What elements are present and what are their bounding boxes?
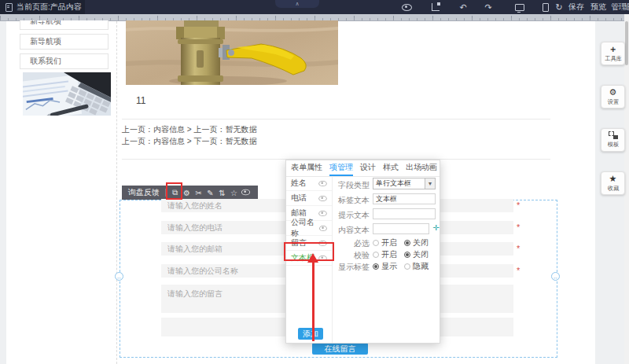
required-asterisk: *: [517, 266, 520, 275]
preview-button[interactable]: 预览: [590, 0, 606, 14]
resize-handle-right[interactable]: ↔: [551, 272, 560, 281]
form-widget-toolbar: 询盘反馈 ⧉ ⚙ ✂ ✎ ⇅ ☆: [122, 186, 258, 200]
field-type-select[interactable]: 单行文本框 ▾: [373, 178, 436, 189]
tab-style[interactable]: 样式: [383, 160, 399, 176]
eye-icon[interactable]: [319, 225, 326, 230]
tab-design[interactable]: 设计: [360, 160, 376, 176]
annotation-box-gear: [166, 182, 182, 200]
annotation-arrow-line: [312, 262, 314, 341]
sidebar-item-label: 联系我们: [30, 56, 61, 67]
eye-icon[interactable]: [318, 210, 326, 215]
scrollbar-thumb[interactable]: [625, 21, 628, 65]
sidebar-item-clipped[interactable]: 新导航项: [20, 20, 109, 30]
pagination-next-line[interactable]: 上一页：内容信息 > 下一页：暂无数据: [122, 136, 256, 147]
insert-variable-icon[interactable]: ✛: [432, 223, 440, 232]
content-text-label: 内容文本: [335, 225, 370, 236]
tool-library-button[interactable]: ＋ 工具库: [601, 42, 625, 65]
required-label: 必选: [335, 238, 370, 249]
move-icon[interactable]: ⇅: [216, 189, 228, 197]
mobile-view-icon[interactable]: [539, 0, 552, 14]
desktop-view-icon[interactable]: [513, 0, 526, 14]
save-button[interactable]: 保存: [568, 0, 584, 14]
label-text-label: 标签文本: [335, 195, 370, 206]
add-field-button[interactable]: 添加: [298, 328, 323, 340]
snap-grid-icon[interactable]: [429, 0, 442, 14]
hint-text-input[interactable]: [373, 208, 436, 219]
page-icon: [6, 3, 13, 12]
layout-guide-line: [116, 21, 117, 364]
sidebar-laptop-image[interactable]: [23, 72, 111, 116]
annotation-arrow-head: [307, 253, 318, 263]
show-tag-label: 显示标签: [335, 262, 370, 273]
tab-form-properties[interactable]: 表单属性: [291, 160, 322, 176]
collapse-toolbar-button[interactable]: ∧: [275, 0, 319, 8]
validate-label: 校验: [335, 250, 370, 261]
content-divider: [122, 119, 550, 119]
gear-icon: ⚙: [609, 88, 617, 97]
pagination-prev-line[interactable]: 上一页：内容信息 > 上一页：暂无数据: [122, 124, 256, 135]
template-button[interactable]: 模板: [601, 128, 625, 152]
hide-radio[interactable]: 隐藏: [404, 261, 429, 272]
submit-button[interactable]: 在线留言: [312, 343, 368, 355]
hint-text-label: 提示文本: [335, 210, 370, 221]
sidebar-item-new-nav[interactable]: 新导航项: [20, 34, 109, 50]
favorites-button[interactable]: ★ 收藏: [601, 171, 625, 195]
sidebar-item-label: 新导航项: [30, 20, 61, 27]
chevron-up-icon: ∧: [295, 1, 299, 6]
star-icon: ★: [609, 175, 617, 183]
field-item-company[interactable]: 公司名称: [286, 221, 332, 236]
eye-icon[interactable]: [318, 180, 326, 186]
validate-on-radio[interactable]: 开启: [373, 249, 397, 260]
field-type-label: 字段类型: [335, 180, 370, 191]
field-item-name[interactable]: 姓名: [286, 176, 332, 191]
label-text-input[interactable]: [373, 193, 436, 204]
required-asterisk: *: [517, 222, 520, 232]
validate-off-radio[interactable]: 关闭: [404, 249, 429, 260]
history-icon[interactable]: ↻: [553, 0, 565, 14]
required-off-radio[interactable]: 关闭: [404, 237, 429, 248]
favorite-icon[interactable]: ☆: [228, 189, 240, 197]
plus-icon: ＋: [609, 45, 617, 53]
undo-icon[interactable]: ↶: [457, 0, 469, 14]
exit-button[interactable]: 退出: [624, 0, 629, 14]
tab-item-management[interactable]: 项管理: [329, 160, 353, 176]
gear-icon[interactable]: ⚙: [181, 189, 193, 197]
content-text-input[interactable]: [373, 223, 429, 234]
required-on-radio[interactable]: 开启: [373, 237, 397, 248]
template-icon: [609, 131, 618, 139]
sidebar-item-label: 新导航项: [30, 36, 61, 47]
close-icon[interactable]: ✕: [429, 163, 435, 171]
redo-icon[interactable]: ↷: [482, 0, 495, 14]
required-asterisk: *: [517, 244, 520, 253]
eye-icon[interactable]: [240, 189, 252, 197]
required-asterisk: *: [517, 200, 520, 210]
dropdown-icon: ▾: [425, 178, 435, 189]
cut-icon[interactable]: ✂: [193, 189, 204, 197]
product-photo-valve[interactable]: [126, 20, 338, 85]
top-toolbar: 当前页面:产品内容 ∨ ∧ ↶ ↷ ↻ 保存 预览 管理 退出: [0, 0, 629, 14]
resize-handle-left[interactable]: ↔: [115, 272, 123, 281]
show-radio[interactable]: 显示: [373, 261, 397, 272]
canvas-left-margin: [0, 21, 6, 364]
eye-icon[interactable]: [318, 195, 326, 200]
content-heading: 11: [136, 95, 145, 106]
widget-name-label: 询盘反馈: [128, 187, 160, 198]
visibility-icon[interactable]: [400, 0, 413, 14]
panel-tab-bar: 表单属性 项管理 设计 样式 出场动画: [286, 160, 440, 177]
edit-icon[interactable]: ✎: [204, 189, 216, 197]
sidebar-item-contact-us[interactable]: 联系我们: [20, 53, 109, 69]
field-item-phone[interactable]: 电话: [286, 191, 332, 206]
chevron-down-icon[interactable]: ∨: [69, 3, 74, 10]
settings-button[interactable]: ⚙ 设置: [601, 85, 625, 108]
